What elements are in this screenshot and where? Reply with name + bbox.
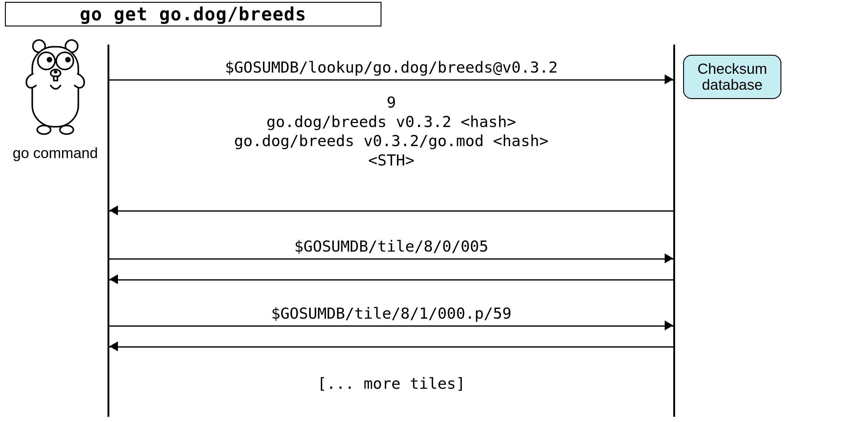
actor-right-label: Checksum database xyxy=(684,61,780,93)
svg-point-4 xyxy=(60,125,73,134)
arrow-lookup-request xyxy=(110,79,673,81)
arrowhead-lookup-request xyxy=(665,75,673,84)
actor-go-command: go command xyxy=(9,37,101,161)
gopher-icon xyxy=(20,37,91,141)
svg-point-11 xyxy=(54,71,57,74)
msg-lookup-request: $GOSUMDB/lookup/go.dog/breeds@v0.3.2 xyxy=(110,58,673,77)
arrowhead-lookup-response xyxy=(110,205,118,215)
msg-more-tiles: [... more tiles] xyxy=(110,374,673,393)
arrowhead-tile2-request xyxy=(665,320,673,330)
svg-point-3 xyxy=(37,125,51,134)
arrowhead-tile1-response xyxy=(110,274,118,284)
title-text: go get go.dog/breeds xyxy=(80,4,307,25)
svg-rect-8 xyxy=(54,76,57,81)
lifeline-checksum-db xyxy=(673,45,675,417)
arrow-tile2-request xyxy=(110,326,673,327)
arrow-tile1-request xyxy=(110,258,673,260)
arrow-tile2-response xyxy=(110,346,673,347)
svg-point-9 xyxy=(47,57,52,62)
arrow-lookup-response xyxy=(110,210,673,212)
svg-point-6 xyxy=(56,52,73,69)
svg-point-10 xyxy=(65,57,71,62)
msg-tile1-request: $GOSUMDB/tile/8/0/005 xyxy=(110,237,673,256)
arrowhead-tile2-response xyxy=(110,341,118,351)
actor-left-label: go command xyxy=(9,145,101,161)
svg-point-5 xyxy=(38,52,55,69)
title-box: go get go.dog/breeds xyxy=(5,2,381,26)
arrowhead-tile1-request xyxy=(665,253,673,263)
msg-tile2-request: $GOSUMDB/tile/8/1/000.p/59 xyxy=(110,304,673,323)
arrow-tile1-response xyxy=(110,279,673,281)
msg-lookup-response: 9 go.dog/breeds v0.3.2 <hash> go.dog/bre… xyxy=(110,93,673,170)
actor-checksum-database: Checksum database xyxy=(683,55,781,99)
